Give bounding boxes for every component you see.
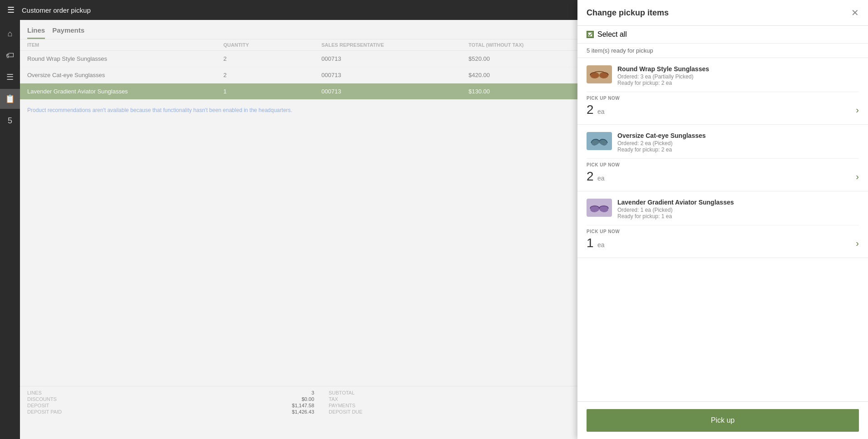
- tab-lines[interactable]: Lines: [27, 24, 45, 39]
- overlay-close-button[interactable]: ✕: [851, 7, 859, 18]
- table-header: ITEM QUANTITY SALES REPRESENTATIVE TOTAL…: [20, 39, 623, 51]
- pickup-item-ordered-2: Ordered: 2 ea (Picked): [617, 140, 859, 146]
- sidebar-item-lines[interactable]: 📋: [0, 89, 20, 109]
- bottom-totals: LINES 3 SUBTOTAL $1,070.00 DISCOUNTS $0.…: [20, 386, 623, 439]
- pickup-now-label-1: PICK UP NOW: [587, 96, 859, 101]
- deposit-paid-row: DEPOSIT PAID $1,426.43: [27, 409, 314, 415]
- pickup-item-ready-1: Ready for pickup: 2 ea: [617, 80, 859, 86]
- sidebar-item-orders[interactable]: 🏷: [0, 45, 20, 65]
- table-row[interactable]: Oversize Cat-eye Sunglasses 2 000713 $42…: [20, 67, 623, 83]
- pickup-now-section-2: PICK UP NOW 2 ea ›: [587, 158, 859, 184]
- lines-value: 3: [311, 390, 314, 395]
- pickup-footer: Pick up: [577, 401, 868, 439]
- row1-rep: 000713: [321, 55, 469, 62]
- deposit-due-label: DEPOSIT DUE: [329, 409, 362, 415]
- payments-label: PAYMENTS: [329, 403, 355, 408]
- pickup-item-header-1: Round Wrap Style Sunglasses Ordered: 3 e…: [587, 65, 859, 86]
- pickup-item-name-2: Oversize Cat-eye Sunglasses: [617, 132, 859, 139]
- pickup-item: Round Wrap Style Sunglasses Ordered: 3 e…: [577, 58, 868, 125]
- pickup-item-name-1: Round Wrap Style Sunglasses: [617, 65, 859, 73]
- deposit-label: DEPOSIT: [27, 403, 49, 408]
- row2-item: Oversize Cat-eye Sunglasses: [27, 72, 223, 78]
- pickup-item-header-2: Oversize Cat-eye Sunglasses Ordered: 2 e…: [587, 132, 859, 153]
- pickup-unit-2: ea: [597, 175, 605, 182]
- table-row-selected[interactable]: Lavender Gradient Aviator Sunglasses 1 0…: [20, 83, 623, 100]
- pickup-item-name-3: Lavender Gradient Aviator Sunglasses: [617, 199, 859, 206]
- row2-qty: 2: [223, 72, 321, 78]
- subtotal-label: SUBTOTAL: [329, 390, 355, 395]
- select-all-row[interactable]: Select all: [577, 26, 868, 44]
- tab-payments[interactable]: Payments: [52, 24, 84, 39]
- pickup-now-row-3: 1 ea ›: [587, 236, 859, 250]
- overlay-header: Change pickup items ✕: [577, 0, 868, 26]
- pickup-now-qty-3: 1 ea: [587, 236, 605, 250]
- lines-row: LINES 3: [27, 390, 314, 395]
- pickup-items: Round Wrap Style Sunglasses Ordered: 3 e…: [577, 58, 868, 401]
- row2-rep: 000713: [321, 72, 469, 78]
- overlay-panel: Change pickup items ✕ Select all 5 item(…: [577, 0, 868, 439]
- tabs: Lines Payments: [20, 20, 623, 39]
- lines-label: LINES: [27, 390, 42, 395]
- overlay-title: Change pickup items: [587, 8, 669, 18]
- app-title: Customer order pickup: [22, 6, 610, 14]
- pickup-now-qty-1: 2 ea: [587, 102, 605, 117]
- svg-point-55: [592, 140, 598, 145]
- pickup-item-ready-2: Ready for pickup: 2 ea: [617, 146, 859, 153]
- col-quantity: QUANTITY: [223, 42, 321, 48]
- select-all-checkbox[interactable]: [587, 31, 594, 38]
- pickup-unit-3: ea: [597, 241, 605, 249]
- pickup-chevron-3[interactable]: ›: [856, 238, 859, 249]
- select-all-label: Select all: [597, 30, 627, 39]
- pickup-item-img-1: [587, 65, 612, 83]
- pickup-item: Oversize Cat-eye Sunglasses Ordered: 2 e…: [577, 125, 868, 191]
- pickup-item-info-3: Lavender Gradient Aviator Sunglasses Ord…: [617, 199, 859, 220]
- pickup-qty-2: 2: [587, 169, 594, 183]
- deposit-due-row: DEPOSIT DUE $0.00: [329, 409, 616, 415]
- pickup-item-ready-3: Ready for pickup: 1 ea: [617, 213, 859, 220]
- pickup-now-section-3: PICK UP NOW 1 ea ›: [587, 225, 859, 250]
- pickup-now-section-1: PICK UP NOW 2 ea ›: [587, 92, 859, 117]
- pickup-unit-1: ea: [597, 108, 605, 115]
- sidebar-item-home[interactable]: ⌂: [0, 24, 20, 44]
- pickup-button[interactable]: Pick up: [587, 409, 859, 432]
- subtotal-row: SUBTOTAL $1,070.00: [329, 390, 616, 395]
- totals-grid: LINES 3 SUBTOTAL $1,070.00 DISCOUNTS $0.…: [27, 390, 616, 415]
- deposit-paid-value: $1,426.43: [292, 409, 314, 415]
- table-row[interactable]: Round Wrap Style Sunglasses 2 000713 $52…: [20, 51, 623, 67]
- row1-item: Round Wrap Style Sunglasses: [27, 55, 223, 62]
- pickup-item-img-2: [587, 132, 612, 150]
- deposit-paid-label: DEPOSIT PAID: [27, 409, 62, 415]
- deposit-value: $1,147.58: [292, 403, 314, 408]
- pickup-item-img-3: [587, 199, 612, 217]
- discounts-row: DISCOUNTS $0.00: [27, 396, 314, 402]
- svg-point-53: [591, 73, 598, 78]
- pickup-item: Lavender Gradient Aviator Sunglasses Ord…: [577, 191, 868, 258]
- tax-row: TAX $77.58: [329, 396, 616, 402]
- pickup-item-info-1: Round Wrap Style Sunglasses Ordered: 3 e…: [617, 65, 859, 86]
- pickup-now-label-2: PICK UP NOW: [587, 162, 859, 167]
- pickup-qty-1: 2: [587, 102, 594, 117]
- pickup-qty-3: 1: [587, 236, 594, 250]
- row3-rep: 000713: [321, 88, 469, 95]
- sidebar-nav: ⌂ 🏷 ☰ 📋 5: [0, 20, 20, 439]
- col-item: ITEM: [27, 42, 223, 48]
- order-table: Round Wrap Style Sunglasses 2 000713 $52…: [20, 51, 623, 386]
- pickup-item-ordered-1: Ordered: 3 ea (Partially Picked): [617, 73, 859, 80]
- pickup-chevron-1[interactable]: ›: [856, 105, 859, 115]
- row1-qty: 2: [223, 55, 321, 62]
- hamburger-icon[interactable]: ☰: [7, 5, 15, 15]
- product-rec: Product recommendations aren't available…: [20, 100, 623, 121]
- pickup-now-row-1: 2 ea ›: [587, 102, 859, 117]
- col-sales-rep: SALES REPRESENTATIVE: [321, 42, 469, 48]
- pickup-now-label-3: PICK UP NOW: [587, 229, 859, 234]
- deposit-row: DEPOSIT $1,147.58: [27, 403, 314, 408]
- pickup-count: 5 item(s) ready for pickup: [577, 44, 868, 58]
- svg-point-56: [601, 140, 607, 145]
- pickup-item-ordered-3: Ordered: 1 ea (Picked): [617, 207, 859, 213]
- pos-left: Lines Payments ITEM QUANTITY SALES REPRE…: [20, 20, 623, 439]
- pickup-chevron-2[interactable]: ›: [856, 171, 859, 182]
- payments-row: PAYMENTS $0.00: [329, 403, 616, 408]
- pickup-now-qty-2: 2 ea: [587, 169, 605, 184]
- sidebar-item-five[interactable]: 5: [0, 111, 20, 131]
- sidebar-item-menu[interactable]: ☰: [0, 67, 20, 87]
